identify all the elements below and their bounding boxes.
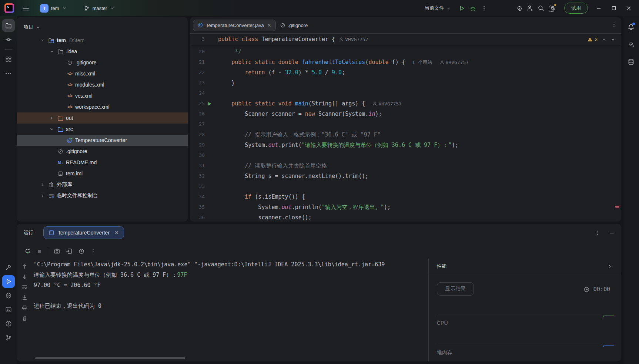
tree-item-modules.xml[interactable]: </>modules.xml: [17, 79, 188, 90]
tree-item-misc.xml[interactable]: </>misc.xml: [17, 68, 188, 79]
run-panel-options-button[interactable]: [595, 230, 600, 236]
close-run-tab-icon[interactable]: ✕: [114, 230, 119, 236]
editor-options-button[interactable]: [611, 22, 617, 28]
run-tab-temperatureconverter[interactable]: TemperatureConverter ✕: [43, 226, 124, 239]
code-line-36[interactable]: 36 scanner.close();: [190, 212, 621, 222]
chevron-right-icon[interactable]: [607, 264, 612, 269]
code-line-32[interactable]: 32 String s = scanner.nextLine().trim();: [190, 171, 621, 181]
tree-item-vcs.xml[interactable]: </>vcs.xml: [17, 90, 188, 101]
settings-button[interactable]: [546, 3, 558, 14]
more-options-button[interactable]: [478, 3, 489, 14]
tree-item-.gitignore[interactable]: .gitignore: [17, 57, 188, 68]
code-line-28[interactable]: 28 // 提示用户输入，格式示例："36.6 C" 或 "97 F": [190, 129, 621, 140]
close-button[interactable]: [626, 6, 632, 11]
console-output[interactable]: "C:\Program Files\Java\jdk-25.0.2\bin\ja…: [32, 259, 428, 361]
tool-version-control-button[interactable]: [2, 331, 15, 344]
code-editor[interactable]: 20 */21 public static double fahrenheitT…: [190, 45, 621, 222]
run-button[interactable]: [456, 3, 467, 14]
screenshot-button[interactable]: [54, 248, 60, 255]
code-line-25[interactable]: 25 public static void main(String[] args…: [190, 98, 621, 109]
run-line-icon[interactable]: [205, 101, 214, 107]
inspections-widget[interactable]: 3: [587, 37, 621, 42]
code-line-31[interactable]: 31 // 读取整行输入并去除首尾空格: [190, 161, 621, 171]
tree-item-.gitignore[interactable]: .gitignore: [17, 146, 188, 157]
console-line-4[interactable]: [34, 290, 428, 301]
branch-widget[interactable]: master: [81, 4, 118, 13]
tree-item-外部库[interactable]: 外部库: [17, 179, 188, 190]
tool-more-button[interactable]: [2, 67, 15, 80]
hamburger-menu-icon[interactable]: [20, 3, 31, 14]
tool-build-button[interactable]: [2, 261, 15, 274]
chevron-down-icon[interactable]: [47, 127, 56, 132]
tool-terminal-button[interactable]: [2, 303, 15, 316]
chevron-down-icon[interactable]: [47, 49, 56, 54]
scroll-to-end-button[interactable]: [21, 294, 28, 301]
code-line-22[interactable]: 22 return (f - 32.0) * 5.0 / 9.0;: [190, 67, 621, 78]
show-results-button[interactable]: 显示结果: [437, 282, 474, 296]
chevron-right-icon[interactable]: [38, 182, 47, 187]
down-stack-button[interactable]: [21, 274, 28, 280]
notifications-button[interactable]: [625, 21, 637, 33]
tree-item-temperatureconverter[interactable]: TemperatureConverter: [17, 135, 188, 146]
console-line-3[interactable]: 97.00 °C = 206.60 °F: [34, 280, 428, 290]
error-stripe-mark[interactable]: [615, 206, 619, 208]
console-line-5[interactable]: 进程已结束，退出代码为 0: [34, 301, 428, 311]
close-tab-icon[interactable]: ✕: [267, 23, 271, 28]
chevron-right-icon[interactable]: [47, 115, 56, 121]
prev-warning-icon[interactable]: [602, 37, 606, 42]
console-line-1[interactable]: "C:\Program Files\Java\jdk-25.0.2\bin\ja…: [34, 259, 428, 270]
code-line-23[interactable]: 23 }: [190, 78, 621, 88]
code-line-29[interactable]: 29 System.out.print("请输入要转换的温度与单位（例如 36.…: [190, 140, 621, 150]
tree-item-out[interactable]: out: [17, 112, 188, 124]
performance-header[interactable]: 性能: [429, 259, 621, 274]
ai-chat-button[interactable]: [625, 38, 637, 51]
tree-item-tem[interactable]: temD:\tem: [17, 35, 188, 46]
tool-structure-button[interactable]: [2, 53, 15, 65]
chevron-down-icon[interactable]: [38, 38, 47, 43]
code-line-33[interactable]: 33: [190, 181, 621, 192]
code-line-35[interactable]: 35 System.out.println("输入为空，程序退出。");: [190, 202, 621, 212]
console-more-button[interactable]: [90, 249, 96, 254]
tool-problems-button[interactable]: [2, 317, 15, 330]
horizontal-scrollbar[interactable]: [35, 357, 185, 359]
chevron-right-icon[interactable]: [38, 193, 47, 198]
code-line-24[interactable]: 24: [190, 88, 621, 98]
tool-commit-button[interactable]: [2, 33, 15, 46]
add-user-button[interactable]: [524, 3, 535, 14]
tool-project-button[interactable]: [2, 19, 15, 32]
ai-assistant-button[interactable]: [513, 3, 524, 14]
project-switcher[interactable]: T tem: [37, 3, 70, 14]
code-line-27[interactable]: 27: [190, 119, 621, 129]
trial-button[interactable]: 试用: [564, 3, 588, 14]
database-button[interactable]: [625, 55, 637, 68]
tree-item-workspace.xml[interactable]: </>workspace.xml: [17, 101, 188, 112]
debug-button[interactable]: [467, 3, 478, 14]
next-warning-icon[interactable]: [610, 37, 615, 42]
tree-item-临时文件和控制台[interactable]: 临时文件和控制台: [17, 190, 188, 201]
project-panel-header[interactable]: 项目: [17, 17, 188, 33]
tree-item-readme.md[interactable]: M↓README.md: [17, 157, 188, 168]
print-button[interactable]: [21, 305, 28, 311]
tree-item-.idea[interactable]: .idea: [17, 46, 188, 57]
code-line-34[interactable]: 34 if (s.isEmpty()) {: [190, 192, 621, 202]
editor-tab-gitignore[interactable]: .gitignore: [276, 20, 312, 31]
tool-run-button[interactable]: [2, 275, 15, 288]
search-button[interactable]: [535, 3, 546, 14]
rerun-button[interactable]: [24, 248, 31, 255]
stop-button[interactable]: [37, 249, 42, 254]
history-button[interactable]: [78, 248, 85, 255]
code-line-30[interactable]: 30: [190, 150, 621, 161]
code-line-20[interactable]: 20 */: [190, 47, 621, 57]
up-stack-button[interactable]: [21, 263, 28, 270]
console-line-2[interactable]: 请输入要转换的温度与单位（例如 36.6 C 或 97 F）：97F: [34, 270, 428, 280]
tree-item-src[interactable]: src: [17, 124, 188, 135]
soft-wrap-button[interactable]: [21, 284, 28, 290]
code-line-26[interactable]: 26 Scanner scanner = new Scanner(System.…: [190, 109, 621, 119]
editor-tab-temperatureconverter[interactable]: TemperatureConverter.java ✕: [193, 20, 276, 31]
minimize-button[interactable]: [596, 6, 602, 11]
maximize-button[interactable]: [611, 6, 616, 11]
clear-console-button[interactable]: [21, 315, 28, 321]
run-configuration-selector[interactable]: 当前文件: [425, 5, 451, 11]
tree-item-tem.iml[interactable]: tem.iml: [17, 168, 188, 179]
hide-panel-button[interactable]: [609, 230, 615, 236]
